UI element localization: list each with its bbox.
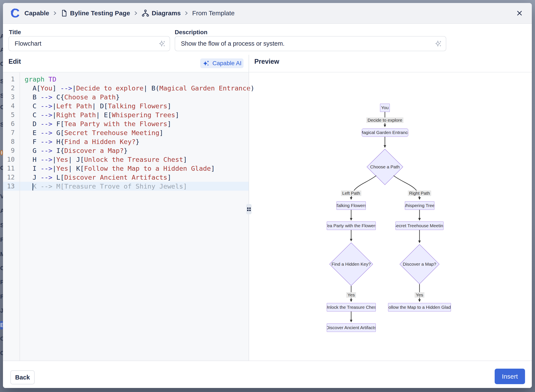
description-input[interactable] (175, 36, 446, 51)
code-text: C -->|Left Path| D[Talking Flowers] (19, 102, 171, 110)
chevron-right-icon (53, 10, 57, 16)
background-text-fragment: Sp (0, 78, 3, 85)
line-number: 12 (3, 173, 19, 182)
line-number: 5 (3, 110, 19, 119)
chevron-right-icon (134, 10, 138, 16)
diagram-preview: YouMagical Garden EntranceChoose a PathT… (249, 72, 532, 361)
background-text-fragment: Se (0, 222, 3, 229)
code-line[interactable]: 6 D --> F[Tea Party with the Flowers] (3, 119, 249, 128)
line-number: 8 (3, 137, 19, 146)
description-field-wrap (175, 36, 446, 51)
capable-ai-label: Capable AI (213, 60, 242, 67)
background-text-fragment: Go (0, 165, 3, 171)
page: { "breadcrumb": { "items": [ { "label": … (0, 0, 535, 392)
ai-sparkle-icon[interactable] (434, 39, 442, 48)
background-text-fragment: Vi (0, 193, 3, 200)
flow-node-label: Choose a Path (370, 164, 400, 169)
line-number: 2 (3, 84, 19, 93)
code-text: A[You] -->|Decide to explore| B(Magical … (19, 84, 255, 93)
gutter-divider (19, 72, 20, 361)
line-number: 7 (3, 128, 19, 137)
code-text: B --> C{Choose a Path} (19, 93, 120, 102)
line-number: 3 (3, 93, 19, 102)
capable-logo-icon: C (9, 7, 21, 19)
background-text-fragment: Ar (0, 208, 3, 214)
line-number: 11 (3, 164, 19, 173)
code-line[interactable]: 3 B --> C{Choose a Path} (3, 93, 249, 102)
code-line[interactable]: 9 G --> I{Discover a Map?} (3, 146, 249, 155)
code-line[interactable]: 11 I -->|Yes| K[Follow the Map to a Hidd… (3, 164, 249, 173)
breadcrumb-item-from-template: From Template (192, 9, 235, 17)
background-text-fragment: Ar (0, 47, 3, 53)
code-text: I -->|Yes| K[Follow the Map to a Hidden … (19, 164, 215, 173)
background-text-fragment: M (0, 251, 3, 258)
line-number: 13 (3, 182, 19, 191)
flow-edge-label: Yes (346, 292, 356, 298)
code-line[interactable]: 4 C -->|Left Path| D[Talking Flowers] (3, 102, 249, 110)
description-label: Description (175, 29, 207, 36)
background-text-fragment: Sh (0, 93, 3, 99)
panel-body: 1graph TD2 A[You] -->|Decide to explore|… (3, 72, 532, 361)
background-text-fragment: Se (0, 121, 3, 128)
background-text-fragment: Pr (0, 279, 3, 286)
title-label: Title (9, 29, 21, 36)
title-input[interactable] (9, 36, 170, 51)
background-text-fragment: Ca (0, 336, 3, 342)
line-number: 10 (3, 155, 19, 164)
background-text-fragment: Ju (0, 308, 3, 314)
diagram-branch-icon (142, 9, 149, 17)
code-text: J --> L[Discover Ancient Artifacts] (19, 173, 171, 182)
background-text-fragment: Cl (0, 265, 3, 272)
code-text: F --> H{Find a Hidden Key?} (19, 137, 140, 146)
line-number: 4 (3, 102, 19, 110)
document-icon (61, 9, 68, 17)
code-line[interactable]: 1graph TD (3, 75, 249, 84)
panel-resize-handle[interactable] (246, 204, 251, 214)
line-number: 6 (3, 119, 19, 128)
code-text: C -->|Right Path| E[Whispering Trees] (19, 110, 179, 119)
code-line[interactable]: 8 F --> H{Find a Hidden Key?} (3, 137, 249, 146)
close-button[interactable] (515, 9, 524, 18)
code-text: H -->|Yes| J[Unlock the Treasure Chest] (19, 155, 187, 164)
background-text-fragment: By (0, 321, 3, 329)
insert-button[interactable]: Insert (495, 369, 525, 384)
preview-heading: Preview (254, 58, 279, 65)
code-line[interactable]: 13 K --> M[Treasure Trove of Shiny Jewel… (3, 182, 249, 191)
flowchart-edges (249, 72, 532, 361)
flow-edge-label: Right Path (408, 191, 431, 196)
flow-node-label: Discover a Map? (403, 262, 436, 267)
breadcrumb-item-diagrams[interactable]: Diagrams (152, 9, 181, 17)
modal-footer: Back Insert (3, 361, 532, 388)
code-text: D --> F[Tea Party with the Flowers] (19, 119, 171, 128)
flow-edge-label: Decide to explore (366, 117, 403, 123)
back-button[interactable]: Back (10, 370, 35, 384)
edit-heading: Edit (9, 58, 21, 65)
background-text-fragment: Al (0, 33, 3, 40)
breadcrumb-item-byline-testing-page[interactable]: Byline Testing Page (70, 9, 130, 17)
background-text-fragment: Co (0, 61, 3, 67)
code-text: G --> I{Discover a Map?} (19, 146, 128, 155)
code-editor[interactable]: 1graph TD2 A[You] -->|Decide to explore|… (3, 72, 249, 361)
code-text: E --> G[Secret Treehouse Meeting] (19, 128, 163, 137)
drag-dots-icon (247, 207, 251, 211)
flow-edge-label: Left Path (341, 191, 361, 196)
capable-ai-button[interactable]: Capable AI (200, 58, 243, 68)
background-text-fragment: Pr (0, 237, 3, 243)
svg-text:C: C (10, 7, 19, 19)
background-text-fragment: Pr (0, 294, 3, 300)
code-line[interactable]: 12 J --> L[Discover Ancient Artifacts] (3, 173, 249, 182)
modal-header: C Capable Byline Testing Page Diagrams (3, 3, 532, 24)
code-line[interactable]: 7 E --> G[Secret Treehouse Meeting] (3, 128, 249, 137)
line-number: 9 (3, 146, 19, 155)
from-template-modal: C Capable Byline Testing Page Diagrams (3, 3, 532, 388)
code-line[interactable]: 10 H -->|Yes| J[Unlock the Treasure Ches… (3, 155, 249, 164)
background-text-fragment: Ca (0, 350, 3, 357)
code-line[interactable]: 5 C -->|Right Path| E[Whispering Trees] (3, 110, 249, 119)
ai-sparkle-icon[interactable] (158, 39, 166, 48)
code-line[interactable]: 2 A[You] -->|Decide to explore| B(Magica… (3, 84, 249, 93)
flow-node-label: Find a Hidden Key? (332, 262, 371, 267)
background-compass-icon (0, 150, 3, 155)
code-text: graph TD (19, 75, 56, 84)
line-number: 1 (3, 75, 19, 84)
breadcrumb-item-capable[interactable]: Capable (24, 9, 49, 17)
